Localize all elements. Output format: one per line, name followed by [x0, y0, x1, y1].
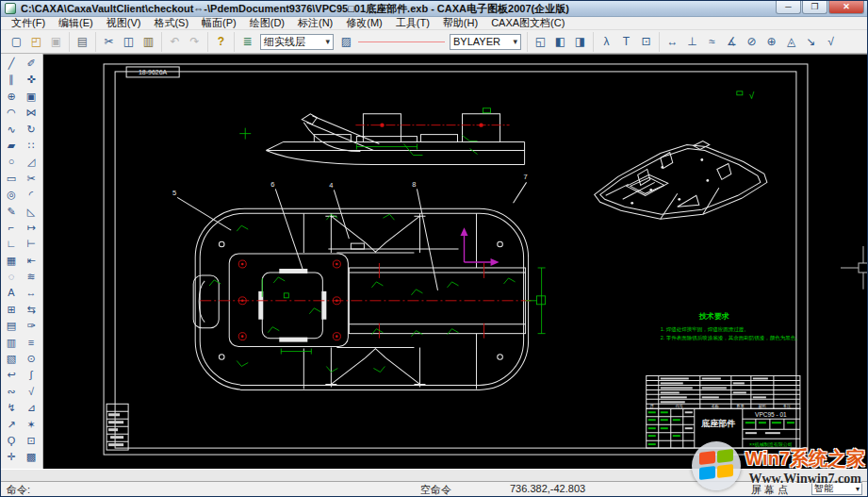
menu-annotate[interactable]: 标注(N) [291, 16, 339, 30]
cursor-coordinates: 736.382,-42.803 [510, 483, 585, 494]
svg-text:名称: 名称 [712, 404, 719, 408]
array-tool[interactable]: ∷ [22, 138, 41, 154]
rectangle-tool[interactable]: ▭ [2, 171, 21, 187]
layers-button[interactable]: ≣ [237, 32, 257, 51]
dim-style-tool[interactable]: ▥ [2, 335, 21, 351]
open-file-button[interactable]: ◰ [26, 32, 46, 51]
svg-text:8: 8 [412, 180, 416, 189]
copy-entity-tool[interactable]: ▣ [22, 89, 41, 105]
menu-sheet[interactable]: 幅面(P) [195, 16, 243, 30]
arc-tool[interactable]: ◠ [2, 105, 21, 121]
curve-dimension-button[interactable]: ≈ [702, 32, 722, 51]
coordinate-dimension-button[interactable]: ⊥ [682, 32, 702, 51]
solid-fill-tool[interactable]: ▰ [2, 138, 21, 154]
menu-draw[interactable]: 绘图(D) [243, 16, 291, 30]
new-file-button[interactable]: ▢ [7, 32, 26, 51]
print-button[interactable]: ▤ [73, 32, 92, 51]
layer-select[interactable]: 细实线层 [260, 34, 334, 50]
undo-button[interactable]: ↶ [165, 32, 185, 51]
circle-tool[interactable]: ⊕ [2, 89, 21, 105]
cloud-tool[interactable]: ◌ [2, 269, 21, 285]
leader-button[interactable]: ↘ [801, 32, 821, 51]
roughness-button[interactable]: √ [821, 32, 841, 51]
block-create-tool[interactable]: ⊞ [2, 302, 21, 318]
extend-tool[interactable]: ↦ [22, 220, 41, 236]
linear-dimension-button[interactable]: ↔ [663, 32, 682, 51]
menu-caxa-doc[interactable]: CAXA图文档(C) [484, 16, 571, 30]
menu-modify[interactable]: 修改(M) [339, 16, 389, 30]
menu-view[interactable]: 视图(V) [100, 16, 148, 30]
datum-button[interactable]: ◬ [781, 32, 801, 51]
revision-cloud-tool[interactable]: ↩ [2, 367, 21, 383]
save-file-button[interactable]: ▣ [46, 32, 66, 51]
break-tool[interactable]: ⊢ [22, 236, 41, 252]
text-style-button[interactable]: T [616, 32, 636, 51]
close-button[interactable]: ✕ [828, 1, 864, 14]
paste-button[interactable]: ▥ [139, 32, 158, 51]
tech-note-2: 2. 零件表面除锈后喷涂底漆，其余面刷防锈漆，颜色为黑色。 [661, 335, 801, 341]
linetype-select[interactable]: BYLAYER [450, 34, 521, 50]
zoom-window-button[interactable]: ◧ [550, 32, 570, 51]
contour-tool[interactable]: ∟ [2, 236, 21, 252]
menu-tools[interactable]: 工具(T) [389, 16, 436, 30]
center-line-tool[interactable]: ✛ [2, 449, 21, 465]
edit-tool[interactable]: ✐ [22, 56, 41, 72]
menu-format[interactable]: 格式(S) [147, 16, 195, 30]
spline-edit-tool[interactable]: ∫ [22, 367, 41, 383]
ole-object-tool[interactable]: Ϙ [2, 433, 21, 449]
layer-control-tool[interactable]: ≋ [22, 269, 41, 285]
stretch-tool[interactable]: ⇤ [22, 253, 41, 269]
line-tool[interactable]: ╱ [2, 56, 21, 72]
minimize-button[interactable]: ─ [776, 1, 801, 14]
properties-tool[interactable]: ⊡ [22, 433, 41, 449]
spline-tool[interactable]: ∿ [2, 122, 21, 138]
text-tool[interactable]: A [2, 285, 21, 301]
zoom-dynamic-button[interactable]: ◨ [570, 32, 590, 51]
maximize-button[interactable]: ❐ [802, 1, 827, 14]
parallel-line-tool[interactable]: ∥ [2, 72, 21, 88]
menu-edit[interactable]: 编辑(E) [52, 16, 100, 30]
copy-button[interactable]: ◫ [119, 32, 139, 51]
hatch-tool[interactable]: ▦ [2, 253, 21, 269]
scale-tool[interactable]: ◿ [22, 154, 41, 170]
wave-line-tool[interactable]: ∾ [2, 384, 21, 400]
drawing-canvas[interactable]: 18-9626A 5 6 4 8 7 [43, 54, 867, 469]
trim-tool[interactable]: ✂ [22, 171, 41, 187]
point-tool[interactable]: ◎ [2, 187, 21, 203]
menu-file[interactable]: 文件(F) [5, 16, 52, 30]
chamfer-tool[interactable]: ◺ [22, 204, 41, 220]
help-palette-tool[interactable]: ▩ [22, 449, 41, 465]
offset-tool[interactable]: ≡ [22, 335, 41, 351]
linear-dim-tool[interactable]: ↔ [22, 285, 41, 301]
dim-edit-tool[interactable]: ⊿ [22, 400, 41, 416]
redo-button[interactable]: ↷ [185, 32, 205, 51]
annotate-tool[interactable]: ✑ [22, 318, 41, 334]
aligned-dim-tool[interactable]: ⇆ [22, 302, 41, 318]
polyline-tool[interactable]: ⌐ [2, 220, 21, 236]
snap-mode-select[interactable]: 智能 [811, 482, 862, 495]
ellipse-tool[interactable]: ○ [2, 154, 21, 170]
tolerance-button[interactable]: ⊕ [762, 32, 781, 51]
local-zoom-tool[interactable]: ⊙ [22, 351, 41, 367]
text-edit-tool[interactable]: ✶ [22, 417, 41, 433]
cut-button[interactable]: ✂ [99, 32, 119, 51]
rotate-tool[interactable]: ↻ [22, 122, 41, 138]
break-line-tool[interactable]: ↯ [2, 400, 21, 416]
linetype-button[interactable]: ▨ [336, 32, 356, 51]
diameter-dimension-button[interactable]: ⊘ [742, 32, 762, 51]
fillet-tool[interactable]: ◜ [22, 187, 41, 203]
menu-help[interactable]: 帮助(H) [436, 16, 484, 30]
zoom-refresh-button[interactable]: ◱ [531, 32, 550, 51]
command-input[interactable] [1, 469, 867, 482]
angle-dimension-button[interactable]: ∡ [722, 32, 742, 51]
node-edit-tool[interactable]: √ [22, 384, 41, 400]
mirror-tool[interactable]: ⋈ [22, 105, 41, 121]
arrow-tool[interactable]: ↗ [2, 417, 21, 433]
move-tool[interactable]: ✜ [22, 72, 41, 88]
bom-table-tool[interactable]: ▤ [2, 318, 21, 334]
block-manager-button[interactable]: ⊡ [636, 32, 656, 51]
sketch-tool[interactable]: ✎ [2, 204, 21, 220]
style-manager-tool[interactable]: ▧ [2, 351, 21, 367]
point-style-button[interactable]: λ [597, 32, 616, 51]
help-button[interactable]: ? [211, 32, 231, 51]
